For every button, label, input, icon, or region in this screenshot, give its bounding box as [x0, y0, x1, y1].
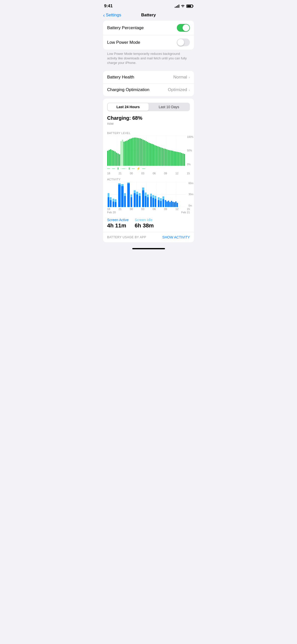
charging-sub-label: now	[103, 122, 194, 129]
svg-rect-26	[131, 138, 132, 166]
svg-rect-84	[121, 184, 124, 186]
activity-chart-svg	[107, 182, 186, 207]
svg-rect-103	[150, 196, 152, 207]
pause-icon: ⏸	[116, 167, 119, 170]
svg-rect-34	[143, 140, 144, 166]
svg-rect-31	[138, 138, 139, 166]
last-24-hours-btn[interactable]: Last 24 Hours	[108, 103, 149, 111]
battery-usage-header: BATTERY USAGE BY APP SHOW ACTIVITY	[103, 232, 194, 242]
battery-x-labels: 18 21 00 03 06 09 12 15	[103, 171, 194, 175]
battery-y-labels: 100% 50% 0%	[187, 136, 193, 166]
act-x-21: 21	[118, 208, 121, 211]
battery-settings-section: Battery Percentage Low Power Mode Low Po…	[103, 21, 194, 68]
svg-rect-30	[137, 138, 138, 166]
svg-rect-90	[131, 194, 132, 197]
svg-rect-17	[117, 153, 119, 166]
svg-rect-107	[155, 198, 156, 207]
svg-rect-42	[154, 145, 156, 166]
charging-icons-row: — — ⏸ ·—· ⏸ — ⚡ —	[103, 166, 194, 171]
back-label: Settings	[106, 13, 121, 18]
act-x-15: 15	[187, 208, 190, 211]
svg-rect-23	[126, 140, 128, 166]
y-label-50: 50%	[187, 149, 193, 152]
battery-health-section: Battery Health Normal › Charging Optimiz…	[103, 71, 194, 96]
x-label-12: 12	[176, 172, 179, 175]
x-label-18: 18	[107, 172, 110, 175]
svg-rect-20	[122, 140, 123, 166]
svg-rect-79	[115, 202, 116, 207]
svg-rect-114	[162, 196, 164, 199]
page-title: Battery	[141, 13, 156, 18]
svg-rect-21	[123, 142, 125, 166]
act-x-09: 09	[164, 208, 167, 211]
last-10-days-btn[interactable]: Last 10 Days	[149, 103, 190, 111]
svg-rect-40	[151, 144, 153, 166]
y-label-0: 0%	[187, 163, 193, 166]
svg-rect-95	[139, 196, 141, 207]
svg-rect-29	[135, 137, 137, 166]
svg-rect-104	[150, 193, 152, 196]
x-label-21: 21	[118, 172, 121, 175]
chevron-right-icon: ›	[189, 75, 190, 79]
low-power-mode-toggle[interactable]	[177, 38, 190, 46]
svg-rect-91	[134, 193, 136, 207]
x-label-03: 03	[141, 172, 144, 175]
y-label-100: 100%	[187, 136, 193, 138]
screen-active-value: 4h 11m	[107, 222, 129, 229]
activity-y-labels: 60m 30m 0m	[189, 182, 193, 207]
screen-active-label: Screen Active	[107, 218, 129, 222]
svg-rect-57	[177, 152, 178, 166]
charging-optimization-row[interactable]: Charging Optimization Optimized ›	[103, 84, 194, 96]
time-range-toggle[interactable]: Last 24 Hours Last 10 Days	[107, 103, 190, 111]
back-button[interactable]: ‹ Settings	[103, 13, 121, 18]
svg-rect-14	[113, 151, 114, 166]
svg-rect-19	[120, 141, 122, 166]
svg-rect-108	[155, 196, 156, 198]
svg-rect-113	[162, 199, 164, 207]
show-activity-button[interactable]: SHOW ACTIVITY	[162, 235, 190, 239]
battery-fill	[187, 5, 191, 7]
battery-percentage-toggle[interactable]	[177, 24, 190, 32]
svg-rect-109	[158, 200, 159, 207]
svg-rect-117	[168, 200, 169, 207]
svg-rect-32	[140, 138, 141, 166]
battery-percentage-row[interactable]: Battery Percentage	[103, 21, 194, 35]
x-label-15: 15	[187, 172, 190, 175]
svg-rect-100	[145, 192, 147, 196]
battery-health-row[interactable]: Battery Health Normal ›	[103, 71, 194, 84]
activity-x-labels: 18 21 00 03 06 09 12 15	[103, 207, 194, 211]
low-power-mode-row[interactable]: Low Power Mode	[103, 35, 194, 50]
svg-rect-50	[166, 149, 167, 166]
battery-usage-label: BATTERY USAGE BY APP	[107, 235, 146, 239]
chart-card: Last 24 Hours Last 10 Days Charging: 68%…	[103, 99, 194, 242]
battery-settings-card: Battery Percentage Low Power Mode	[103, 21, 194, 50]
svg-rect-76	[110, 197, 112, 200]
svg-rect-37	[147, 142, 148, 166]
svg-rect-89	[131, 197, 132, 207]
toggle-thumb	[183, 24, 189, 31]
svg-rect-13	[112, 150, 113, 166]
svg-rect-82	[118, 183, 121, 185]
signal-icon	[175, 5, 179, 8]
battery-chart-svg	[107, 136, 186, 166]
svg-rect-85	[124, 196, 126, 207]
screen-idle-value: 6h 38m	[135, 222, 154, 229]
date-labels-row: Feb 20 Feb 21	[103, 211, 194, 215]
battery-health-label: Battery Health	[107, 75, 134, 80]
act-x-12: 12	[176, 208, 179, 211]
svg-rect-58	[178, 152, 179, 166]
svg-rect-48	[163, 148, 164, 166]
back-chevron-icon: ‹	[103, 13, 105, 18]
x-label-00: 00	[130, 172, 133, 175]
svg-rect-10	[107, 151, 108, 166]
svg-rect-86	[124, 193, 126, 196]
svg-rect-119	[171, 201, 172, 207]
svg-rect-33	[141, 139, 142, 166]
charging-dashes-right: — ⚡ —	[132, 167, 146, 170]
svg-rect-41	[153, 144, 154, 166]
act-x-06: 06	[153, 208, 156, 211]
svg-rect-27	[132, 138, 134, 166]
activity-y-0: 0m	[189, 204, 193, 207]
svg-rect-53	[171, 150, 172, 166]
svg-rect-62	[184, 154, 185, 166]
